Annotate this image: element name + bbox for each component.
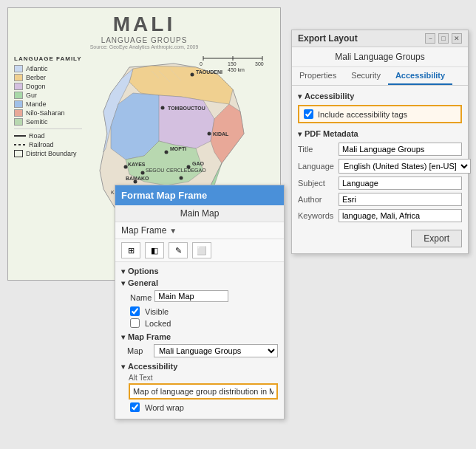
pdf-title-input[interactable] (339, 143, 462, 156)
icon-btn-edit[interactable]: ✎ (169, 242, 188, 258)
restore-btn[interactable]: □ (438, 33, 449, 44)
icon-btn-grid[interactable]: ⊞ (121, 242, 140, 258)
map-select[interactable]: Mali Language Groups (154, 344, 278, 357)
pdf-subject-label: Subject (298, 179, 339, 188)
city-tombouctou (161, 106, 165, 110)
svg-text:MOPTI: MOPTI (170, 146, 186, 151)
visible-label[interactable]: Visible (130, 306, 169, 316)
svg-text:KAYES: KAYES (128, 162, 146, 167)
svg-text:0: 0 (200, 61, 203, 66)
tab-security[interactable]: Security (344, 67, 388, 85)
pdf-subject-row: Subject (298, 176, 462, 190)
locked-checkbox[interactable] (130, 318, 140, 328)
accessibility-header: ▾ Accessibility (298, 92, 462, 100)
legend-color-gur (14, 92, 23, 99)
city-kayes (124, 165, 128, 169)
legend-color-mande (14, 100, 23, 108)
format-body: ▾ Options ▾ General Name Visible Locked (115, 262, 284, 419)
format-panel-subtitle: Main Map (115, 205, 284, 222)
city-segou (141, 171, 145, 175)
legend-road-line (14, 135, 26, 137)
mapframe-section-header: ▾ Map Frame (121, 332, 278, 341)
legend-color-berber (14, 74, 23, 81)
legend-item-gur: Gur (14, 92, 82, 99)
general-label: General (128, 278, 158, 287)
pdf-title-label: Title (298, 145, 339, 154)
accessibility-checkbox-row: Include accessibility tags (298, 105, 462, 123)
legend-title: LANGUAGE FAMILY (14, 55, 82, 62)
legend-road: Road (14, 132, 82, 140)
pdf-subject-input[interactable] (339, 176, 462, 190)
svg-text:KIDAL: KIDAL (213, 131, 229, 137)
pdf-language-row: Language English (United States) [en-US] (298, 159, 462, 174)
section-options: ▾ Options (121, 267, 278, 275)
section-general: ▾ General (121, 278, 278, 287)
svg-text:TOMBOUCTOU: TOMBOUCTOU (168, 106, 205, 111)
export-panel: Export Layout － □ ✕ Mali Language Groups… (291, 30, 469, 254)
map-legend: LANGUAGE FAMILY Atlantic Berber Dogon Gu… (11, 52, 85, 261)
mapframe-dropdown-arrow[interactable]: ▼ (169, 227, 177, 235)
close-btn[interactable]: ✕ (452, 33, 462, 44)
svg-text:300: 300 (255, 61, 264, 66)
legend-color-dogon (14, 83, 23, 90)
pdf-language-select[interactable]: English (United States) [en-US] (339, 159, 471, 174)
format-panel: Format Map Frame Main Map Map Frame ▼ ⊞ … (115, 185, 285, 419)
alt-text-label: Alt Text (121, 374, 278, 382)
pdf-author-input[interactable] (339, 193, 462, 206)
legend-railroad-line (14, 144, 26, 145)
options-label: Options (128, 267, 159, 275)
city-taoudeni (191, 73, 194, 77)
map-title-area: MALI LANGUAGE GROUPS Source: GeoEye Anal… (8, 8, 280, 49)
svg-text:SEGOU: SEGOU (146, 168, 164, 173)
alt-text-input[interactable] (129, 383, 278, 400)
accessibility-tags-checkbox[interactable] (304, 109, 313, 119)
export-panel-title: Export Layout (298, 33, 358, 44)
pdf-keywords-input[interactable] (339, 209, 462, 222)
legend-item-nilosaharan: Nilo-Saharan (14, 109, 82, 117)
export-subtitle: Mali Language Groups (292, 47, 468, 67)
city-cercledegao (180, 176, 183, 180)
icon-btn-display[interactable]: ⬜ (192, 242, 211, 258)
name-row: Name (121, 290, 278, 304)
tab-accessibility[interactable]: Accessibility (388, 67, 452, 85)
legend-railroad: Railroad (14, 141, 82, 148)
legend-item-berber: Berber (14, 74, 82, 81)
pdf-author-row: Author (298, 193, 462, 206)
section-mapframe: ▾ Map Frame Map Mali Language Groups (121, 332, 278, 357)
legend-district: District Boundary (14, 150, 82, 157)
name-label: Name (130, 293, 152, 302)
icon-btn-props[interactable]: ◧ (145, 242, 164, 258)
city-kidal (208, 132, 211, 136)
legend-item-atlantic: Atlantic (14, 65, 82, 72)
legend-color-nilosaharan (14, 109, 23, 117)
word-wrap-checkbox[interactable] (130, 402, 140, 412)
svg-text:TAOUDENI: TAOUDENI (196, 69, 222, 75)
svg-text:BAMAKO: BAMAKO (126, 176, 149, 181)
legend-color-atlantic (14, 65, 23, 72)
general-arrow: ▾ (121, 279, 125, 287)
export-button[interactable]: Export (411, 230, 462, 247)
svg-text:150: 150 (228, 61, 237, 66)
options-arrow: ▾ (121, 267, 125, 275)
export-button-row: Export (298, 230, 462, 247)
name-input[interactable] (154, 290, 228, 302)
legend-item-semitic: Semitic (14, 118, 82, 126)
locked-label[interactable]: Locked (130, 318, 171, 328)
word-wrap-row: Word wrap (121, 402, 278, 412)
svg-text:450 km: 450 km (228, 67, 245, 72)
visible-checkbox[interactable] (130, 306, 140, 316)
pdf-keywords-label: Keywords (298, 211, 339, 220)
map-title-mali: MALI (8, 13, 280, 36)
pdf-keywords-row: Keywords (298, 209, 462, 222)
legend-item-dogon: Dogon (14, 83, 82, 90)
legend-color-semitic (14, 118, 23, 126)
alt-text-input-wrapper (121, 383, 278, 400)
export-body: ▾ Accessibility Include accessibility ta… (292, 86, 468, 253)
word-wrap-label[interactable]: Word wrap (130, 402, 184, 412)
export-tabs: Properties Security Accessibility (292, 67, 468, 86)
pdf-meta-section: ▾ PDF Metadata Title Language English (U… (298, 129, 462, 222)
minimize-btn[interactable]: － (425, 33, 435, 44)
accessibility-checkbox-label: Include accessibility tags (318, 110, 407, 119)
titlebar-controls: － □ ✕ (425, 33, 462, 44)
tab-properties[interactable]: Properties (292, 67, 344, 85)
